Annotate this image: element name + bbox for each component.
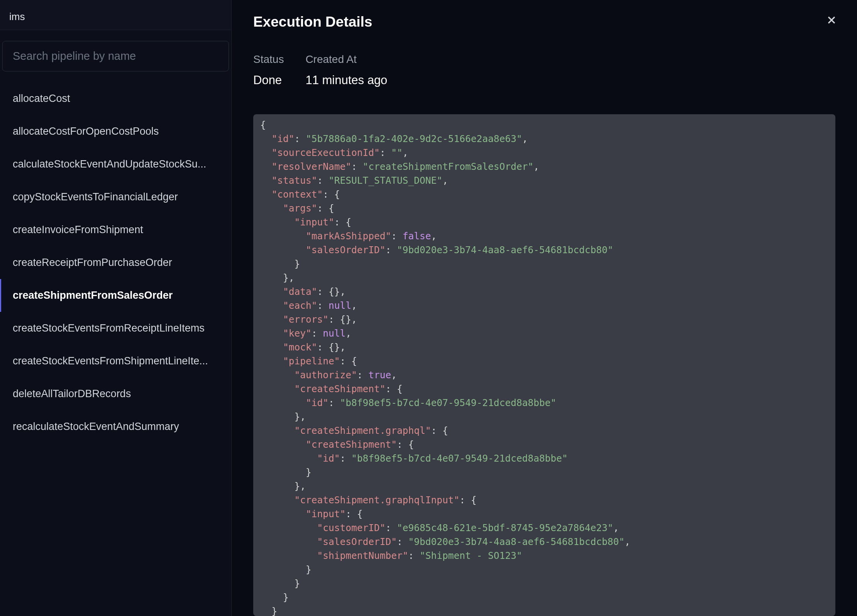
pipeline-item[interactable]: allocateCostForOpenCostPools [0, 115, 231, 148]
main-panel: Execution Details Status Done Created At… [232, 0, 857, 616]
pipeline-item[interactable]: createStockEventsFromShipmentLineIte... [0, 345, 231, 377]
created-label: Created At [305, 53, 387, 66]
pipeline-item[interactable]: copyStockEventsToFinancialLedger [0, 181, 231, 213]
close-button[interactable] [823, 12, 840, 29]
created-block: Created At 11 minutes ago [305, 53, 387, 87]
pipeline-item[interactable]: createStockEventsFromReceiptLineItems [0, 312, 231, 345]
json-code-block[interactable]: { "id": "5b7886a0-1fa2-402e-9d2c-5166e2a… [253, 114, 835, 616]
page-title: Execution Details [253, 14, 835, 30]
pipeline-list: allocateCostallocateCostForOpenCostPools… [0, 79, 231, 616]
search-container [0, 30, 231, 79]
sidebar: ims allocateCostallocateCostForOpenCostP… [0, 0, 232, 616]
sidebar-title: ims [0, 0, 231, 30]
pipeline-item[interactable]: createReceiptFromPurchaseOrder [0, 246, 231, 279]
pipeline-item[interactable]: createShipmentFromSalesOrder [0, 279, 231, 312]
pipeline-item[interactable]: deleteAllTailorDBRecords [0, 377, 231, 410]
created-value: 11 minutes ago [305, 73, 387, 87]
status-value: Done [253, 73, 284, 87]
meta-row: Status Done Created At 11 minutes ago [253, 53, 835, 87]
status-label: Status [253, 53, 284, 66]
search-input[interactable] [2, 41, 229, 71]
pipeline-item[interactable]: createInvoiceFromShipment [0, 213, 231, 246]
pipeline-item[interactable]: allocateCost [0, 82, 231, 115]
close-icon [825, 14, 838, 26]
status-block: Status Done [253, 53, 284, 87]
pipeline-item[interactable]: calculateStockEventAndUpdateStockSu... [0, 148, 231, 181]
pipeline-item[interactable]: recalculateStockEventAndSummary [0, 410, 231, 443]
